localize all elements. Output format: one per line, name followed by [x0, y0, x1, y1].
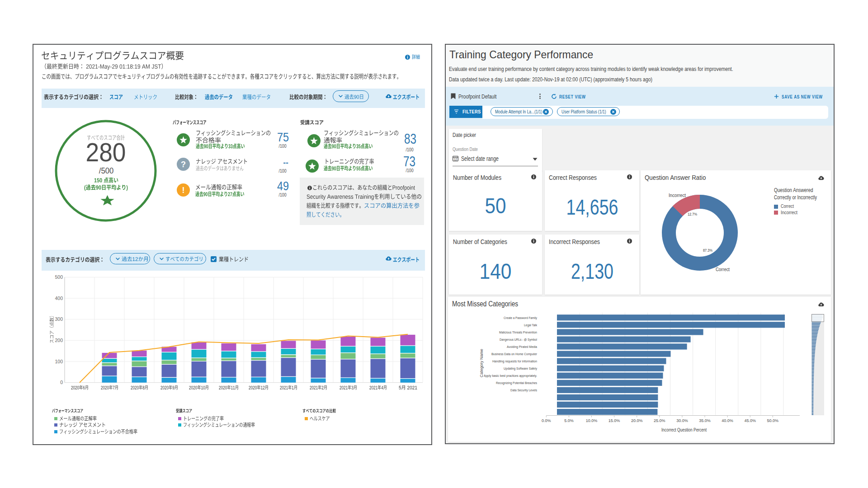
svg-text:100: 100	[55, 359, 63, 364]
svg-text:Updating Software Safely: Updating Software Safely	[504, 366, 537, 371]
svg-text:Incorrect Question Percent: Incorrect Question Percent	[661, 427, 707, 432]
svg-text:10.0%: 10.0%	[586, 418, 598, 423]
svg-text:Avoiding Pirated Media: Avoiding Pirated Media	[507, 345, 537, 349]
svg-text:Data Security Levels: Data Security Levels	[510, 388, 537, 392]
svg-text:40.0%: 40.0%	[722, 418, 733, 423]
svg-text:Apply basic best practices app: Apply basic best practices appropriately…	[484, 374, 537, 378]
svg-text:Create a Password Family: Create a Password Family	[504, 316, 537, 320]
svg-text:12: 12	[454, 158, 458, 161]
svg-text:30.0%: 30.0%	[676, 418, 688, 423]
svg-text:35.0%: 35.0%	[699, 418, 711, 423]
svg-text:25.0%: 25.0%	[654, 418, 665, 423]
svg-text:300: 300	[55, 316, 63, 322]
svg-text:Dangerous URLs - @ Symbol: Dangerous URLs - @ Symbol	[500, 338, 537, 342]
svg-text:20.0%: 20.0%	[631, 418, 643, 423]
svg-text:0.0%: 0.0%	[542, 418, 551, 423]
svg-text:15.0%: 15.0%	[609, 418, 620, 423]
svg-text:Legal Talk: Legal Talk	[524, 323, 538, 327]
svg-text:Business Data on Home Computer: Business Data on Home Computer	[491, 352, 537, 356]
svg-text:200: 200	[55, 338, 63, 343]
svg-text:Malicious Threats Prevention: Malicious Threats Prevention	[499, 330, 537, 334]
svg-text:Recognizing Potential Breaches: Recognizing Potential Breaches	[496, 381, 537, 385]
svg-text:45.0%: 45.0%	[744, 418, 756, 423]
svg-text:0: 0	[60, 380, 63, 385]
svg-text:400: 400	[55, 296, 63, 301]
svg-text:50.0%: 50.0%	[767, 418, 779, 423]
svg-text:!: !	[182, 186, 184, 195]
svg-text:500: 500	[55, 274, 63, 280]
svg-text:5.0%: 5.0%	[564, 418, 574, 423]
svg-text:Handling requests for informat: Handling requests for information	[492, 359, 537, 363]
svg-text:?: ?	[181, 160, 186, 169]
